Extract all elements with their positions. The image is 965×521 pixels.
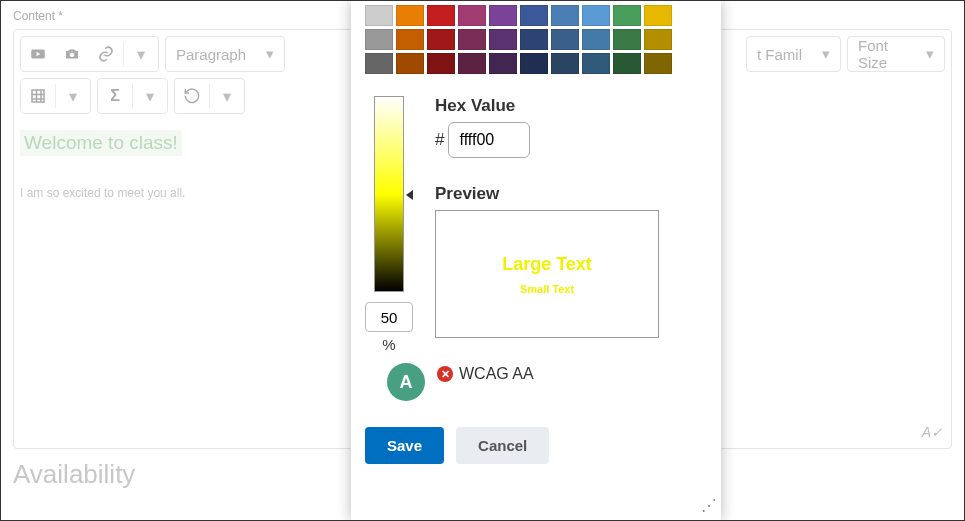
paragraph-label: Paragraph xyxy=(176,46,246,63)
video-icon[interactable] xyxy=(21,37,55,71)
color-swatch[interactable] xyxy=(396,53,424,74)
color-swatch[interactable] xyxy=(582,29,610,50)
preview-label: Preview xyxy=(435,184,707,204)
paragraph-select[interactable]: Paragraph ▾ xyxy=(165,36,285,72)
color-swatch[interactable] xyxy=(489,53,517,74)
undo-icon[interactable] xyxy=(175,79,209,113)
brightness-slider[interactable] xyxy=(374,96,404,292)
preview-small-text: Small Text xyxy=(520,283,574,295)
color-swatch[interactable] xyxy=(520,53,548,74)
font-size-label: Font Size xyxy=(858,37,906,71)
brightness-handle-icon[interactable] xyxy=(406,190,413,200)
preview-box: Large Text Small Text xyxy=(435,210,659,338)
brightness-column: % xyxy=(365,96,413,353)
save-button[interactable]: Save xyxy=(365,427,444,464)
resize-handle-icon[interactable]: ⋰ xyxy=(701,496,715,515)
swatch-grid xyxy=(365,5,707,74)
editor-heading: Welcome to class! xyxy=(20,130,182,156)
table-group: ▾ xyxy=(20,78,91,114)
chevron-down-icon[interactable]: ▾ xyxy=(210,79,244,113)
color-swatch[interactable] xyxy=(489,5,517,26)
color-swatch[interactable] xyxy=(365,29,393,50)
preview-large-text: Large Text xyxy=(502,254,592,275)
color-swatch[interactable] xyxy=(644,29,672,50)
brightness-input[interactable] xyxy=(365,302,413,332)
undo-group: ▾ xyxy=(174,78,245,114)
hex-label: Hex Value xyxy=(435,96,707,116)
color-swatch[interactable] xyxy=(396,5,424,26)
sigma-icon[interactable]: Σ xyxy=(98,79,132,113)
color-swatch[interactable] xyxy=(458,29,486,50)
chevron-down-icon[interactable]: ▾ xyxy=(133,79,167,113)
cancel-button[interactable]: Cancel xyxy=(456,427,549,464)
color-swatch[interactable] xyxy=(427,53,455,74)
color-swatch[interactable] xyxy=(613,29,641,50)
color-picker-dialog: % Hex Value # Preview Large Text Small T… xyxy=(351,1,721,521)
color-swatch[interactable] xyxy=(520,29,548,50)
color-swatch[interactable] xyxy=(365,53,393,74)
chevron-down-icon: ▾ xyxy=(822,45,830,63)
color-swatch[interactable] xyxy=(458,5,486,26)
grade-badge: A xyxy=(387,363,425,401)
accessibility-checker-icon[interactable]: A✓ xyxy=(922,424,943,440)
font-family-select[interactable]: t Famil ▾ xyxy=(746,36,841,72)
color-swatch[interactable] xyxy=(551,53,579,74)
color-swatch[interactable] xyxy=(551,5,579,26)
color-swatch[interactable] xyxy=(582,53,610,74)
color-swatch[interactable] xyxy=(613,53,641,74)
color-swatch[interactable] xyxy=(365,5,393,26)
color-swatch[interactable] xyxy=(427,5,455,26)
dialog-actions: Save Cancel xyxy=(365,427,707,464)
media-group: ▾ xyxy=(20,36,159,72)
equation-group: Σ ▾ xyxy=(97,78,168,114)
color-swatch[interactable] xyxy=(644,5,672,26)
color-swatch[interactable] xyxy=(396,29,424,50)
font-size-select[interactable]: Font Size ▾ xyxy=(847,36,945,72)
brightness-unit: % xyxy=(382,336,395,353)
color-swatch[interactable] xyxy=(644,53,672,74)
camera-icon[interactable] xyxy=(55,37,89,71)
color-swatch[interactable] xyxy=(613,5,641,26)
color-swatch[interactable] xyxy=(551,29,579,50)
link-icon[interactable] xyxy=(89,37,123,71)
svg-point-2 xyxy=(70,53,75,58)
table-icon[interactable] xyxy=(21,79,55,113)
svg-marker-1 xyxy=(37,52,41,57)
error-icon: ✕ xyxy=(437,366,453,382)
chevron-down-icon: ▾ xyxy=(266,45,274,63)
wcag-row: A ✕ WCAG AA xyxy=(365,365,707,383)
wcag-label: WCAG AA xyxy=(459,365,534,383)
color-swatch[interactable] xyxy=(582,5,610,26)
color-swatch[interactable] xyxy=(458,53,486,74)
chevron-down-icon[interactable]: ▾ xyxy=(124,37,158,71)
svg-rect-3 xyxy=(32,90,44,102)
color-swatch[interactable] xyxy=(489,29,517,50)
hex-input[interactable] xyxy=(448,122,530,158)
svg-rect-0 xyxy=(31,50,45,59)
font-family-label: t Famil xyxy=(757,46,802,63)
color-swatch[interactable] xyxy=(520,5,548,26)
hash-symbol: # xyxy=(435,130,444,150)
chevron-down-icon: ▾ xyxy=(926,45,934,63)
color-swatch[interactable] xyxy=(427,29,455,50)
chevron-down-icon[interactable]: ▾ xyxy=(56,79,90,113)
